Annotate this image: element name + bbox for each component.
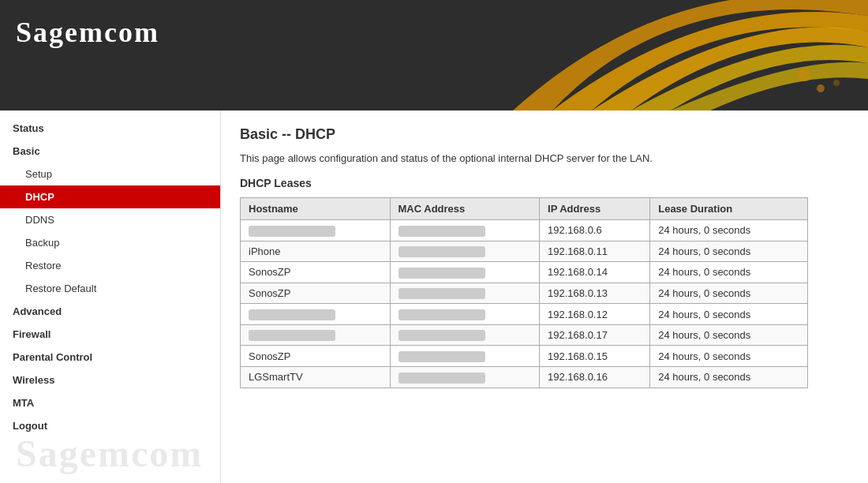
- sidebar-item-restore[interactable]: Restore: [0, 254, 220, 277]
- svg-point-1: [817, 84, 825, 92]
- cell-mac: redacted: [390, 304, 540, 325]
- brand-name: Sagemcom: [16, 17, 159, 48]
- cell-mac: redacted: [390, 220, 540, 242]
- sidebar-item-advanced[interactable]: Advanced: [0, 300, 220, 323]
- page-title: Basic -- DHCP: [240, 126, 849, 143]
- sidebar-item-ddns[interactable]: DDNS: [0, 208, 220, 231]
- dhcp-leases-table: Hostname MAC Address IP Address Lease Du…: [240, 197, 808, 388]
- cell-ip: 192.168.0.14: [540, 262, 650, 283]
- cell-hostname: LGSmartTV: [241, 366, 391, 388]
- cell-hostname: redacted: [241, 220, 391, 242]
- col-mac: MAC Address: [390, 198, 540, 220]
- svg-point-2: [833, 80, 840, 86]
- cell-lease: 24 hours, 0 seconds: [650, 241, 808, 262]
- cell-ip: 192.168.0.16: [540, 366, 650, 388]
- sidebar: Status Basic Setup DHCP DDNS Backup Rest…: [0, 110, 221, 483]
- col-hostname: Hostname: [241, 198, 391, 220]
- sidebar-item-restore-default[interactable]: Restore Default: [0, 277, 220, 300]
- cell-lease: 24 hours, 0 seconds: [650, 262, 808, 283]
- cell-hostname: SonosZP: [241, 283, 391, 304]
- cell-ip: 192.168.0.15: [540, 346, 650, 367]
- cell-lease: 24 hours, 0 seconds: [650, 220, 808, 242]
- sidebar-item-parental-control[interactable]: Parental Control: [0, 346, 220, 369]
- cell-ip: 192.168.0.11: [540, 241, 650, 262]
- cell-hostname: SonosZP: [241, 262, 391, 283]
- sidebar-item-dhcp[interactable]: DHCP: [0, 185, 220, 208]
- cell-mac: redacted: [390, 366, 540, 388]
- sidebar-item-mta[interactable]: MTA: [0, 391, 220, 414]
- cell-lease: 24 hours, 0 seconds: [650, 304, 808, 325]
- sidebar-item-logout[interactable]: Logout: [0, 414, 220, 437]
- content-area: Basic -- DHCP This page allows configura…: [221, 110, 868, 483]
- cell-ip: 192.168.0.6: [540, 220, 650, 242]
- page-description: This page allows configuration and statu…: [240, 152, 849, 164]
- sidebar-item-setup[interactable]: Setup: [0, 163, 220, 185]
- cell-lease: 24 hours, 0 seconds: [650, 346, 808, 367]
- sidebar-item-basic[interactable]: Basic: [0, 140, 220, 163]
- sidebar-item-wireless[interactable]: Wireless: [0, 369, 220, 391]
- cell-mac: redacted: [390, 346, 540, 367]
- table-row: SonosZPredacted192.168.0.1524 hours, 0 s…: [241, 346, 808, 367]
- table-row: LGSmartTVredacted192.168.0.1624 hours, 0…: [241, 366, 808, 388]
- table-row: redactedredacted192.168.0.1724 hours, 0 …: [241, 324, 808, 346]
- header: Sagemcom: [0, 0, 868, 110]
- table-row: redactedredacted192.168.0.1224 hours, 0 …: [241, 304, 808, 325]
- col-lease: Lease Duration: [650, 198, 808, 220]
- col-ip: IP Address: [540, 198, 650, 220]
- cell-ip: 192.168.0.13: [540, 283, 650, 304]
- sidebar-item-firewall[interactable]: Firewall: [0, 323, 220, 346]
- table-row: iPhoneredacted192.168.0.1124 hours, 0 se…: [241, 241, 808, 262]
- svg-point-0: [799, 69, 811, 81]
- cell-lease: 24 hours, 0 seconds: [650, 366, 808, 388]
- brand-logo: Sagemcom: [16, 16, 159, 49]
- table-row: SonosZPredacted192.168.0.1424 hours, 0 s…: [241, 262, 808, 283]
- sidebar-item-status[interactable]: Status: [0, 117, 220, 140]
- cell-ip: 192.168.0.12: [540, 304, 650, 325]
- cell-mac: redacted: [390, 241, 540, 262]
- section-title: DHCP Leases: [240, 177, 849, 189]
- cell-hostname: redacted: [241, 324, 391, 346]
- sidebar-watermark: Sagemcom: [16, 432, 203, 475]
- header-decoration: [395, 0, 868, 110]
- cell-lease: 24 hours, 0 seconds: [650, 324, 808, 346]
- main-layout: Status Basic Setup DHCP DDNS Backup Rest…: [0, 110, 868, 483]
- table-header-row: Hostname MAC Address IP Address Lease Du…: [241, 198, 808, 220]
- cell-ip: 192.168.0.17: [540, 324, 650, 346]
- table-row: redactedredacted192.168.0.624 hours, 0 s…: [241, 220, 808, 242]
- cell-mac: redacted: [390, 283, 540, 304]
- cell-lease: 24 hours, 0 seconds: [650, 283, 808, 304]
- table-row: SonosZPredacted192.168.0.1324 hours, 0 s…: [241, 283, 808, 304]
- cell-mac: redacted: [390, 262, 540, 283]
- cell-hostname: SonosZP: [241, 346, 391, 367]
- cell-mac: redacted: [390, 324, 540, 346]
- cell-hostname: iPhone: [241, 241, 391, 262]
- sidebar-item-backup[interactable]: Backup: [0, 231, 220, 254]
- cell-hostname: redacted: [241, 304, 391, 325]
